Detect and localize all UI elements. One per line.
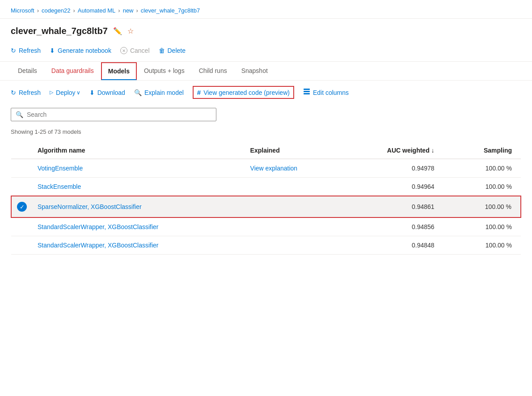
auc-cell: 0.94861 xyxy=(338,196,452,217)
algo-name-link[interactable]: VotingEnsemble xyxy=(38,165,83,172)
table-row[interactable]: StandardScalerWrapper, XGBoostClassifier… xyxy=(11,236,521,255)
sub-refresh-icon: ↻ xyxy=(11,89,16,96)
tab-details[interactable]: Details xyxy=(11,62,44,81)
table-header-row: Algorithm name Explained AUC weighted ↓ … xyxy=(11,142,521,159)
cancel-button[interactable]: ✕ Cancel xyxy=(120,45,150,56)
edit-icon[interactable]: ✏️ xyxy=(113,27,122,35)
deploy-chevron-icon[interactable]: ∨ xyxy=(76,89,80,96)
table-row[interactable]: StandardScalerWrapper, XGBoostClassifier… xyxy=(11,217,521,236)
breadcrumb-automated-ml[interactable]: Automated ML xyxy=(78,7,116,14)
col-sampling-header[interactable]: Sampling xyxy=(452,142,521,159)
algo-name-link[interactable]: StandardScalerWrapper, XGBoostClassifier xyxy=(38,242,159,249)
table-row[interactable]: ✓SparseNormalizer, XGBoostClassifier0.94… xyxy=(11,196,521,217)
sampling-cell: 100.00 % xyxy=(452,196,521,217)
search-icon: 🔍 xyxy=(16,111,23,118)
delete-icon: 🗑 xyxy=(159,47,165,54)
deploy-play-icon: ▷ xyxy=(50,89,53,95)
tab-outputs-logs[interactable]: Outputs + logs xyxy=(137,62,192,81)
svg-rect-2 xyxy=(304,93,310,94)
svg-rect-0 xyxy=(304,89,310,90)
table-row[interactable]: VotingEnsembleView explanation0.94978100… xyxy=(11,159,521,178)
hash-icon: # xyxy=(197,89,201,96)
sampling-cell: 100.00 % xyxy=(452,217,521,236)
tab-models[interactable]: Models xyxy=(101,62,137,80)
algo-name-cell[interactable]: StandardScalerWrapper, XGBoostClassifier xyxy=(32,217,245,236)
main-toolbar: ↻ Refresh ⬇ Generate notebook ✕ Cancel 🗑… xyxy=(0,42,532,62)
col-checkbox-header xyxy=(11,142,32,159)
breadcrumb-microsoft[interactable]: Microsoft xyxy=(11,7,34,14)
svg-rect-1 xyxy=(304,91,310,92)
algo-name-link[interactable]: SparseNormalizer, XGBoostClassifier xyxy=(38,203,142,210)
auc-cell: 0.94848 xyxy=(338,236,452,255)
sub-toolbar: ↻ Refresh ▷ Deploy ∨ ⬇ Download 🔍 Explai… xyxy=(0,81,532,104)
tab-snapshot[interactable]: Snapshot xyxy=(234,62,275,81)
search-input[interactable] xyxy=(27,111,211,118)
search-section: 🔍 xyxy=(0,104,532,127)
page-header: clever_whale_7gc8ltb7 ✏️ ☆ xyxy=(0,19,532,42)
star-icon[interactable]: ☆ xyxy=(127,27,134,35)
sampling-cell: 100.00 % xyxy=(452,236,521,255)
algo-name-cell[interactable]: SparseNormalizer, XGBoostClassifier xyxy=(32,196,245,217)
explained-cell xyxy=(245,178,338,196)
table-icon xyxy=(303,88,310,97)
models-table: Algorithm name Explained AUC weighted ↓ … xyxy=(11,142,521,255)
checked-icon: ✓ xyxy=(17,202,27,212)
tab-child-runs[interactable]: Child runs xyxy=(192,62,234,81)
explained-cell xyxy=(245,217,338,236)
col-explained-header[interactable]: Explained xyxy=(245,142,338,159)
breadcrumb: Microsoft › codegen22 › Automated ML › n… xyxy=(0,0,532,19)
table-row[interactable]: StackEnsemble0.94964100.00 % xyxy=(11,178,521,196)
explained-cell xyxy=(245,196,338,217)
row-checkbox-cell xyxy=(11,236,32,255)
generate-notebook-button[interactable]: ⬇ Generate notebook xyxy=(50,45,111,56)
delete-button[interactable]: 🗑 Delete xyxy=(159,45,186,56)
page-title: clever_whale_7gc8ltb7 xyxy=(11,26,108,36)
view-explanation-link[interactable]: View explanation xyxy=(250,165,298,172)
algo-name-cell[interactable]: StackEnsemble xyxy=(32,178,245,196)
deploy-button[interactable]: ▷ Deploy xyxy=(50,87,76,98)
download-icon: ⬇ xyxy=(50,47,55,54)
explain-icon: 🔍 xyxy=(134,89,142,96)
download-arrow-icon: ⬇ xyxy=(89,89,95,96)
algo-name-link[interactable]: StandardScalerWrapper, XGBoostClassifier xyxy=(38,223,159,230)
cancel-icon: ✕ xyxy=(120,47,127,54)
breadcrumb-new[interactable]: new xyxy=(123,7,134,14)
refresh-button[interactable]: ↻ Refresh xyxy=(11,45,41,56)
auc-cell: 0.94978 xyxy=(338,159,452,178)
explained-cell[interactable]: View explanation xyxy=(245,159,338,178)
breadcrumb-current[interactable]: clever_whale_7gc8ltb7 xyxy=(141,7,200,14)
tab-data-guardrails[interactable]: Data guardrails xyxy=(44,62,101,81)
models-table-container: Algorithm name Explained AUC weighted ↓ … xyxy=(0,142,532,255)
auc-cell: 0.94856 xyxy=(338,217,452,236)
row-checkbox-cell: ✓ xyxy=(11,196,32,217)
sub-refresh-button[interactable]: ↻ Refresh xyxy=(11,87,41,98)
row-checkbox-cell xyxy=(11,178,32,196)
algo-name-cell[interactable]: StandardScalerWrapper, XGBoostClassifier xyxy=(32,236,245,255)
download-button[interactable]: ⬇ Download xyxy=(89,87,125,98)
auc-cell: 0.94964 xyxy=(338,178,452,196)
deploy-button-group: ▷ Deploy ∨ xyxy=(50,87,80,98)
sampling-cell: 100.00 % xyxy=(452,159,521,178)
explained-cell xyxy=(245,236,338,255)
refresh-icon: ↻ xyxy=(11,47,16,54)
showing-count: Showing 1-25 of 73 models xyxy=(0,127,532,142)
col-auc-header[interactable]: AUC weighted ↓ xyxy=(338,142,452,159)
edit-columns-button[interactable]: Edit columns xyxy=(303,86,349,98)
search-box: 🔍 xyxy=(11,108,216,121)
view-generated-code-button[interactable]: # View generated code (preview) xyxy=(193,86,294,99)
algo-name-link[interactable]: StackEnsemble xyxy=(38,183,81,190)
row-checkbox-cell xyxy=(11,159,32,178)
algo-name-cell[interactable]: VotingEnsemble xyxy=(32,159,245,178)
nav-tabs: Details Data guardrails Models Outputs +… xyxy=(0,62,532,81)
sampling-cell: 100.00 % xyxy=(452,178,521,196)
row-checkbox-cell xyxy=(11,217,32,236)
breadcrumb-codegen22[interactable]: codegen22 xyxy=(42,7,70,14)
explain-model-button[interactable]: 🔍 Explain model xyxy=(134,87,184,98)
col-algo-header[interactable]: Algorithm name xyxy=(32,142,245,159)
